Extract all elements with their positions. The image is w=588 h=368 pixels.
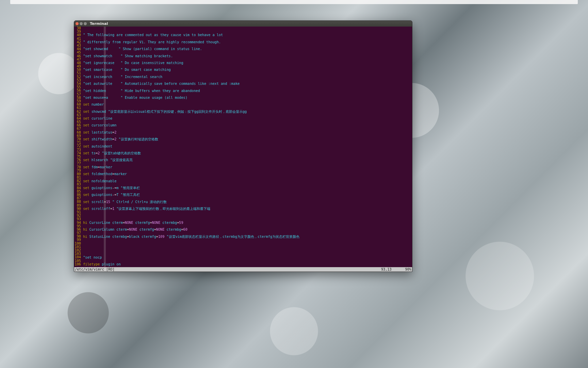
desktop-wallpaper: Terminal 3839404142434445464748495051525… [0,0,588,368]
status-position: 93,13 [381,267,392,272]
code-line: "set showmatch " Show matching brackets. [81,55,412,58]
code-line: "set autowrite " Automatically save befo… [81,82,412,86]
line-number: 45 [74,51,81,54]
window-title: Terminal [90,21,108,26]
code-line [81,242,412,245]
vim-editor[interactable]: 3839404142434445464748495051525354555657… [74,27,412,272]
code-line: "set showcmd " Show (partial) command in… [81,47,412,51]
code-line: hi CursorLine cterm=NONE ctermfg=NONE ct… [81,221,412,225]
code-line: "set ignorecase " Do case insensitive ma… [81,61,412,65]
line-number: 93 [74,217,81,221]
code-line [81,27,412,30]
code-line: set showcmd "设置底部显示以visual模式下按下的按键，例如：按下… [81,110,412,113]
status-percent: 90% [405,267,411,272]
code-line: set scrolloff=1 "设置屏幕上下端预留的行数，即光标能到达的最上端… [81,207,412,211]
code-line: set cursorcolumn [81,124,412,127]
code-line [81,214,412,218]
window-close-icon[interactable] [76,22,79,25]
code-line: set laststatus=2 [81,131,412,134]
code-line: set number [81,103,412,106]
code-line: set nofoldenable [81,180,412,183]
code-line [81,249,412,252]
code-line: "set hidden " Hide buffers when they are… [81,89,412,93]
vim-statusbar: /etc/vim/vimrc [RO] 93,13 90% [74,267,412,272]
code-line: set hlsearch "设置搜索高亮 [81,158,412,162]
window-titlebar[interactable]: Terminal [74,21,412,27]
code-area[interactable]: " The following are commented out as the… [81,27,412,267]
code-line: "set nocp [81,256,412,259]
desktop-top-panel [10,0,578,4]
line-number: 77 [74,162,81,165]
window-minimize-icon[interactable] [80,22,83,25]
code-line: set fdm=marker [81,166,412,169]
code-line: set cursorline [81,117,412,120]
code-line: " differently from regular Vi. They are … [81,41,412,44]
code-line: filetype plugin on [81,263,412,266]
line-number: 106 [74,263,81,266]
code-line: "set smartcase " Do smart case matching [81,68,412,72]
window-maximize-icon[interactable] [84,22,87,25]
code-line: hi CursorColumn cterm=NONE ctermfg=NONE … [81,228,412,231]
code-line: " The following are commented out as the… [81,33,412,37]
code-line: set scroll=15 " Ctrl+d / Ctrl+u 滚动的行数 [81,200,412,204]
status-file: /etc/vim/vimrc [RO] [75,267,115,272]
line-number: 61 [74,106,81,110]
code-line: set foldmethod=marker [81,172,412,176]
code-line: "set mouse=a " Enable mouse usage (all m… [81,96,412,99]
code-line: set guioptions-=m "禁用菜单栏 [81,186,412,190]
code-line: hi StatusLine ctermbg=black ctermfg=109 … [81,235,412,239]
code-line: set ts=2 "设置tab键代表的空格数 [81,152,412,155]
line-number-gutter: 3839404142434445464748495051525354555657… [74,27,81,267]
code-line: "set incsearch " Incremental search [81,75,412,79]
code-line: set autoindent [81,145,412,148]
terminal-window[interactable]: Terminal 3839404142434445464748495051525… [74,20,412,272]
code-line: set guioptions-=T "禁用工具栏 [81,193,412,197]
code-line: set shiftwidth=2 "设置换行时缩进的空格数 [81,138,412,141]
